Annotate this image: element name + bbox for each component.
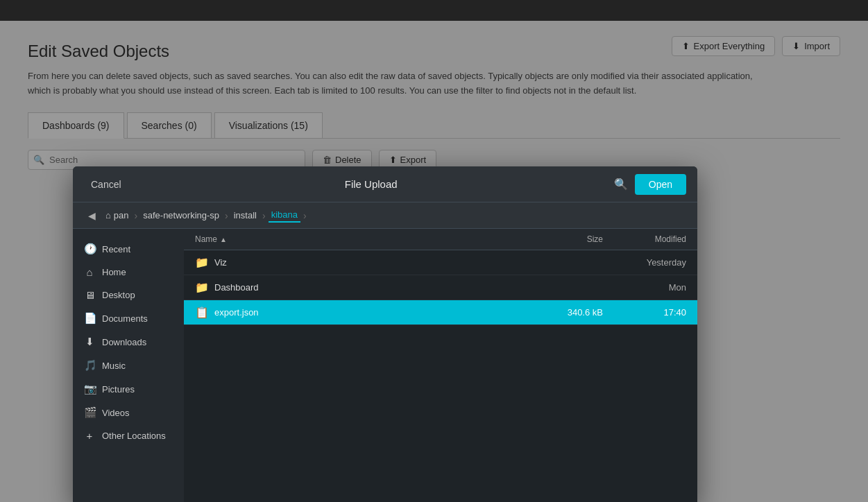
dialog-search-icon[interactable]: 🔍 — [614, 178, 628, 191]
dialog-header-right: 🔍 Open — [614, 174, 686, 195]
file-list-header: Name ▲ Size Modified — [184, 229, 697, 250]
sidebar-item-home[interactable]: ⌂ Home — [73, 261, 184, 284]
breadcrumb-home[interactable]: ⌂ pan — [103, 209, 132, 222]
sidebar-item-pictures[interactable]: 📷 Pictures — [73, 377, 184, 401]
file-row[interactable]: 📁 Viz Yesterday — [184, 250, 697, 275]
breadcrumb-nav: ◀ ⌂ pan › safe-networking-sp › install ›… — [73, 202, 697, 229]
breadcrumb-safe-networking[interactable]: safe-networking-sp — [140, 209, 222, 222]
breadcrumb-sep-4: › — [303, 210, 307, 221]
home-sidebar-icon: ⌂ — [84, 266, 95, 278]
breadcrumb-kibana[interactable]: kibana — [269, 208, 300, 223]
sidebar-item-videos[interactable]: 🎬 Videos — [73, 401, 184, 424]
desktop-icon: 🖥 — [84, 289, 95, 301]
sidebar-item-desktop[interactable]: 🖥 Desktop — [73, 284, 184, 306]
dialog-title: File Upload — [345, 178, 398, 190]
breadcrumb-back-button[interactable]: ◀ — [84, 209, 100, 223]
folder-icon: 📁 — [195, 281, 209, 294]
breadcrumb-install[interactable]: install — [231, 209, 259, 222]
sidebar-item-documents[interactable]: 📄 Documents — [73, 306, 184, 330]
dialog-cancel-button[interactable]: Cancel — [84, 175, 128, 194]
sidebar-item-downloads[interactable]: ⬇ Downloads — [73, 330, 184, 354]
documents-icon: 📄 — [84, 312, 95, 324]
folder-icon: 📁 — [195, 256, 209, 269]
dialog-header: Cancel File Upload 🔍 Open — [73, 166, 697, 202]
dialog-open-button[interactable]: Open — [635, 174, 686, 195]
col-name: Name ▲ — [195, 234, 534, 244]
dialog-sidebar: 🕐 Recent ⌂ Home 🖥 Desktop 📄 Documents ⬇ — [73, 229, 184, 502]
file-list-area: Name ▲ Size Modified 📁 Viz Yesterday 📁 — [184, 229, 697, 502]
breadcrumb-sep-2: › — [225, 210, 228, 221]
dialog-body: 🕐 Recent ⌂ Home 🖥 Desktop 📄 Documents ⬇ — [73, 229, 697, 502]
other-locations-icon: + — [84, 430, 95, 442]
sidebar-item-recent[interactable]: 🕐 Recent — [73, 237, 184, 261]
file-row-selected[interactable]: 📋 export.json 340.6 kB 17:40 — [184, 300, 697, 325]
sidebar-item-music[interactable]: 🎵 Music — [73, 354, 184, 377]
music-icon: 🎵 — [84, 359, 95, 372]
modal-overlay: Cancel File Upload 🔍 Open ◀ ⌂ pan › safe… — [0, 0, 868, 502]
col-size: Size — [534, 234, 603, 244]
col-modified: Modified — [603, 234, 686, 244]
sidebar-item-other-locations[interactable]: + Other Locations — [73, 424, 184, 447]
pictures-icon: 📷 — [84, 383, 95, 395]
json-file-icon: 📋 — [195, 306, 209, 319]
file-row[interactable]: 📁 Dashboard Mon — [184, 275, 697, 300]
recent-icon: 🕐 — [84, 243, 95, 255]
breadcrumb-sep-1: › — [135, 210, 138, 221]
downloads-icon: ⬇ — [84, 336, 95, 348]
home-icon: ⌂ — [105, 210, 111, 220]
videos-icon: 🎬 — [84, 406, 95, 419]
file-dialog: Cancel File Upload 🔍 Open ◀ ⌂ pan › safe… — [73, 166, 697, 502]
sort-arrow-icon: ▲ — [220, 236, 227, 243]
breadcrumb-sep-3: › — [262, 210, 266, 221]
